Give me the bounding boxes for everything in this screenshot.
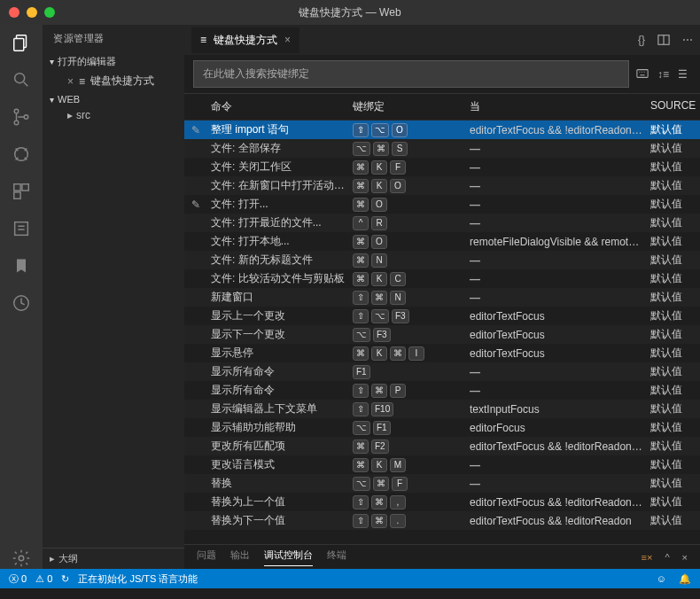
keybinding-row[interactable]: 显示下一个更改⌥F3editorTextFocus默认值 (184, 325, 700, 344)
status-warnings[interactable]: ⚠ 0 (35, 573, 52, 585)
open-json-icon[interactable]: {} (638, 34, 645, 46)
keybinding-row[interactable]: 文件: 在新窗口中打开活动文...⌘KO—默认值 (184, 176, 700, 195)
close-icon[interactable]: × (284, 34, 291, 46)
panel-tab[interactable]: 输出 (230, 548, 250, 566)
record-keys-icon[interactable] (636, 68, 649, 81)
extensions-icon[interactable] (11, 181, 32, 202)
clear-icon[interactable]: ≡× (642, 552, 653, 563)
column-when[interactable]: 当 (459, 99, 650, 114)
keycap: ⌘ (371, 514, 387, 528)
keybinding-row[interactable]: 显示悬停⌘K⌘IeditorTextFocus默认值 (184, 344, 700, 362)
keybinding-row[interactable]: 更改所有匹配项⌘F2editorTextFocus && !editorRead… (184, 437, 700, 455)
panel-tab[interactable]: 终端 (327, 548, 346, 566)
search-input[interactable]: 在此键入搜索按键绑定 (193, 60, 629, 88)
window-title: 键盘快捷方式 — Web (299, 5, 401, 20)
bookmark-icon[interactable] (11, 255, 32, 276)
keycap: ⌘ (353, 346, 369, 361)
outline-label: 大纲 (58, 552, 78, 565)
chevron-up-icon[interactable]: ^ (665, 552, 669, 563)
keybinding-row[interactable]: 文件: 全部保存⌥⌘S—默认值 (184, 139, 700, 158)
keybinding-row[interactable]: 文件: 比较活动文件与剪贴板⌘KC—默认值 (184, 269, 700, 288)
keybinding-row[interactable]: ✎文件: 打开...⌘O—默认值 (184, 195, 700, 214)
keybinding-row[interactable]: 新建窗口⇧⌘N—默认值 (184, 288, 700, 307)
keybinding-row[interactable]: 替换为上一个值⇧⌘,editorTextFocus && !editorRead… (184, 493, 700, 511)
filter-icon[interactable]: ☰ (678, 68, 688, 81)
explorer-icon[interactable] (11, 32, 32, 53)
keybinding-keys: ⇧⌘, (353, 495, 459, 510)
live-share-icon[interactable] (11, 292, 32, 314)
keybinding-row[interactable]: 显示编辑器上下文菜单⇧F10textInputFocus默认值 (184, 400, 700, 418)
keybinding-row[interactable]: 文件: 打开本地...⌘OremoteFileDialogVisible && … (184, 232, 700, 251)
chevron-right-icon: ▸ (50, 553, 55, 564)
source-label: 默认值 (650, 178, 700, 193)
keybinding-row[interactable]: 显示上一个更改⇧⌥F3editorTextFocus默认值 (184, 307, 700, 325)
column-command[interactable]: 命令 (211, 99, 353, 114)
keycap: ⌘ (373, 142, 389, 156)
command-label: 整理 import 语句 (211, 122, 353, 137)
keybinding-row[interactable]: 文件: 打开最近的文件...^R—默认值 (184, 214, 700, 232)
keycap: O (392, 123, 408, 137)
keybinding-keys: ⌥F3 (353, 328, 459, 342)
keybinding-row[interactable]: 更改语言模式⌘KM—默认值 (184, 455, 700, 474)
tab-keyboard-shortcuts[interactable]: ≡ 键盘快捷方式 × (191, 27, 299, 53)
keybinding-row[interactable]: 替换⌥⌘F—默认值 (184, 474, 700, 493)
tree-item-label: src (76, 109, 90, 121)
panel-tab[interactable]: 问题 (197, 548, 216, 566)
when-label: remoteFileDialogVisible && remot… (459, 236, 650, 248)
when-label: editorTextFocus (459, 310, 650, 323)
minimize-window-button[interactable] (27, 7, 37, 18)
command-label: 文件: 打开本地... (211, 234, 353, 249)
close-window-button[interactable] (9, 7, 19, 18)
keycap: F1 (373, 421, 391, 435)
references-icon[interactable] (11, 218, 32, 239)
when-label: editorTextFocus (459, 329, 650, 341)
close-panel-icon[interactable]: × (682, 552, 688, 563)
svg-point-12 (19, 556, 24, 561)
source-label: 默认值 (650, 290, 700, 305)
tree-item-src[interactable]: ▸src (43, 107, 184, 123)
svg-rect-14 (637, 69, 648, 77)
sort-icon[interactable]: ↕≡ (657, 68, 669, 81)
debug-icon[interactable] (11, 144, 32, 165)
keycap: F10 (371, 402, 393, 416)
source-control-icon[interactable] (11, 106, 32, 128)
edit-icon[interactable]: ✎ (191, 198, 200, 211)
command-label: 文件: 全部保存 (211, 141, 353, 156)
open-editors-header[interactable]: ▾打开的编辑器 (43, 52, 184, 71)
keybinding-row[interactable]: 替换为下一个值⇧⌘.editorTextFocus && !editorRead… (184, 511, 700, 530)
keybinding-row[interactable]: 文件: 新的无标题文件⌘N—默认值 (184, 251, 700, 269)
search-icon[interactable] (11, 69, 32, 90)
command-label: 文件: 打开... (211, 197, 353, 212)
close-icon[interactable]: × (67, 75, 74, 88)
keycap: F1 (353, 365, 370, 379)
keybinding-keys: ⌘O (353, 235, 459, 249)
when-label: — (459, 143, 650, 155)
keybinding-row[interactable]: 显示辅助功能帮助⌥F1editorFocus默认值 (184, 418, 700, 437)
panel-tab[interactable]: 调试控制台 (264, 548, 313, 566)
keybinding-row[interactable]: ✎整理 import 语句⇧⌥OeditorTextFocus && !edit… (184, 121, 700, 139)
command-label: 显示悬停 (211, 346, 353, 361)
split-editor-icon[interactable] (657, 34, 670, 46)
settings-icon[interactable] (11, 548, 32, 569)
column-keybinding[interactable]: 键绑定 (353, 99, 459, 114)
column-source[interactable]: SOURCE (650, 99, 700, 114)
keybinding-keys: ⌘KM (353, 458, 459, 472)
chevron-down-icon: ▾ (50, 57, 54, 66)
maximize-window-button[interactable] (44, 7, 55, 18)
workspace-header[interactable]: ▾WEB (43, 91, 184, 107)
keybinding-row[interactable]: 显示所有命令⇧⌘P—默认值 (184, 381, 700, 400)
keybinding-row[interactable]: 文件: 关闭工作区⌘KF—默认值 (184, 158, 700, 176)
open-editor-item[interactable]: ×≡键盘快捷方式 (43, 71, 184, 91)
tab-label: 键盘快捷方式 (214, 33, 277, 48)
feedback-icon[interactable]: ☺ (657, 573, 666, 585)
notifications-icon[interactable]: 🔔 (679, 573, 691, 585)
source-label: 默认值 (650, 271, 700, 286)
when-label: — (459, 217, 650, 229)
more-icon[interactable]: ⋯ (682, 34, 693, 46)
status-message[interactable]: 正在初始化 JS/TS 语言功能 (78, 572, 198, 586)
edit-icon[interactable]: ✎ (191, 124, 200, 136)
status-errors[interactable]: ⓧ 0 (9, 572, 27, 586)
sidebar-title: 资源管理器 (43, 25, 184, 52)
keybinding-row[interactable]: 显示所有命令F1—默认值 (184, 362, 700, 381)
outline-header[interactable]: ▸大纲 (43, 548, 184, 569)
